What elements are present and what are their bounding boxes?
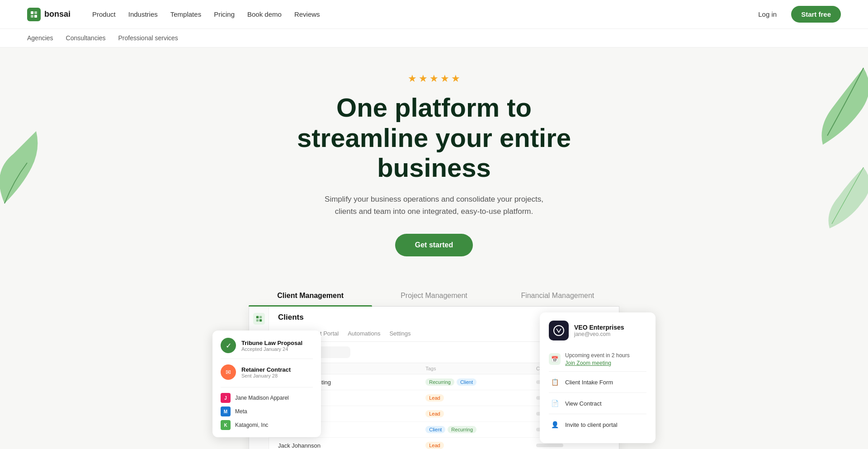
svg-rect-2 xyxy=(31,15,33,18)
svg-rect-1 xyxy=(34,11,37,14)
demo-subtab-automations[interactable]: Automations xyxy=(348,326,380,341)
nav-link-industries[interactable]: Industries xyxy=(123,7,163,22)
subnav-professional-services[interactable]: Professional services xyxy=(118,34,178,42)
hero-section: ★ ★ ★ ★ ★ One platform to streamline you… xyxy=(0,47,868,271)
star-3: ★ xyxy=(429,73,439,85)
float-card-left: ✓ Tribune Law Proposal Accepted January … xyxy=(212,331,321,437)
svg-point-8 xyxy=(554,326,564,336)
brand-logo[interactable]: bonsai xyxy=(27,8,71,21)
nav-link-templates[interactable]: Templates xyxy=(165,7,207,22)
hero-stars: ★ ★ ★ ★ ★ xyxy=(9,73,859,85)
person-icon: 👤 xyxy=(549,419,561,430)
star-4: ★ xyxy=(440,73,449,85)
float-item-contract: ✉ Retainer Contract Sent January 28 xyxy=(221,364,313,380)
navbar: bonsai Product Industries Templates Pric… xyxy=(0,0,868,29)
svg-rect-5 xyxy=(259,316,261,318)
veo-item-intake[interactable]: 📋 Client Intake Form xyxy=(549,372,646,393)
contract-title: Retainer Contract xyxy=(241,366,291,373)
star-2: ★ xyxy=(419,73,428,85)
veo-header: VEO Enterprises jane@veo.com xyxy=(549,321,646,340)
contract-icon: 📄 xyxy=(549,397,561,409)
nav-link-product[interactable]: Product xyxy=(87,7,121,22)
form-icon: 📋 xyxy=(549,376,561,388)
nav-right: Log in Start free xyxy=(751,6,841,23)
float-card-right: VEO Enterprises jane@veo.com 📅 Upcoming … xyxy=(540,312,656,443)
veo-logo xyxy=(549,321,569,340)
star-5: ★ xyxy=(451,73,460,85)
svg-rect-7 xyxy=(259,319,261,321)
hero-title: One platform to streamline your entire b… xyxy=(9,93,859,183)
float-item-proposal: ✓ Tribune Law Proposal Accepted January … xyxy=(221,338,313,353)
intake-label: Client Intake Form xyxy=(565,379,613,386)
veo-item-contract[interactable]: 📄 View Contract xyxy=(549,393,646,414)
tab-project-management[interactable]: Project Management xyxy=(372,285,495,306)
float-client-row-0: J Jane Madison Apparel xyxy=(221,393,313,403)
subnav: Agencies Consultancies Professional serv… xyxy=(0,29,868,47)
sidebar-icon-logo xyxy=(253,313,265,325)
subnav-consultancies[interactable]: Consultancies xyxy=(66,34,106,42)
contract-label: View Contract xyxy=(565,400,602,407)
subnav-agencies[interactable]: Agencies xyxy=(27,34,53,42)
check-icon: ✓ xyxy=(221,338,236,353)
email-icon: ✉ xyxy=(221,364,236,380)
logo-icon xyxy=(27,8,41,21)
svg-rect-0 xyxy=(31,11,33,14)
login-button[interactable]: Log in xyxy=(751,7,784,22)
float-client-row-1: M Meta xyxy=(221,406,313,416)
feature-tabs: Client Management Project Management Fin… xyxy=(249,285,619,307)
contract-subtitle: Sent January 28 xyxy=(241,373,291,378)
nav-link-book-demo[interactable]: Book demo xyxy=(242,7,287,22)
veo-item-event: 📅 Upcoming event in 2 hours Join Zoom me… xyxy=(549,348,646,372)
svg-rect-4 xyxy=(256,316,258,318)
hero-subtitle: Simplify your business operations and co… xyxy=(316,193,552,217)
veo-email: jane@veo.com xyxy=(574,331,624,337)
star-1: ★ xyxy=(408,73,417,85)
zoom-link[interactable]: Join Zoom meeting xyxy=(565,360,611,366)
veo-company-name: VEO Enterprises xyxy=(574,324,624,331)
event-label: Upcoming event in 2 hours xyxy=(565,352,630,359)
brand-name: bonsai xyxy=(44,9,71,19)
nav-link-pricing[interactable]: Pricing xyxy=(208,7,240,22)
float-client-row-2: K Katagomi, Inc xyxy=(221,420,313,430)
tab-financial-management[interactable]: Financial Management xyxy=(496,285,619,306)
svg-rect-3 xyxy=(34,15,37,18)
portal-label: Invite to client portal xyxy=(565,421,618,428)
tab-client-management[interactable]: Client Management xyxy=(249,285,372,306)
proposal-subtitle: Accepted January 24 xyxy=(241,346,302,352)
get-started-button[interactable]: Get started xyxy=(395,234,473,256)
start-free-button[interactable]: Start free xyxy=(791,6,841,23)
nav-links: Product Industries Templates Pricing Boo… xyxy=(87,7,751,22)
nav-link-reviews[interactable]: Reviews xyxy=(289,7,326,22)
proposal-title: Tribune Law Proposal xyxy=(241,340,302,346)
demo-subtab-settings[interactable]: Settings xyxy=(389,326,410,341)
veo-item-portal[interactable]: 👤 Invite to client portal xyxy=(549,414,646,435)
svg-rect-6 xyxy=(256,319,258,321)
calendar-icon: 📅 xyxy=(549,353,561,365)
